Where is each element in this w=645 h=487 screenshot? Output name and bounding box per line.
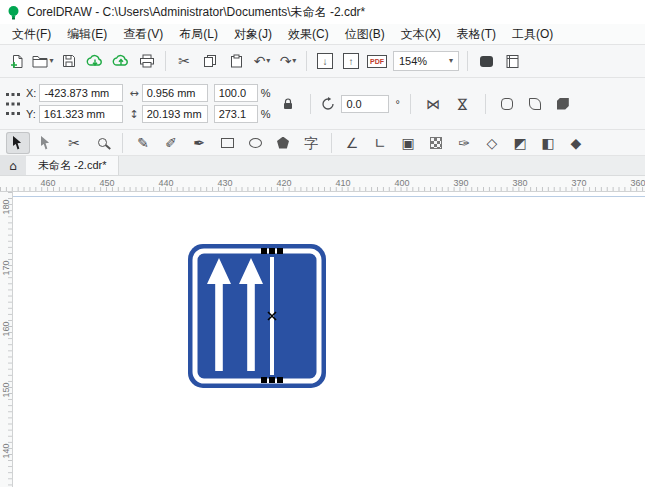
menu-file[interactable]: 文件(F) (4, 24, 59, 45)
ruler-label: 450 (99, 178, 114, 188)
menu-edit[interactable]: 编辑(E) (59, 24, 115, 45)
pick-icon (13, 136, 24, 150)
selection-handle[interactable] (261, 377, 267, 383)
pick-tool[interactable] (6, 132, 30, 154)
text-tool[interactable]: 字 (299, 132, 323, 154)
drop-shadow-tool[interactable]: ▣ (396, 132, 420, 154)
rectangle-icon (221, 138, 234, 148)
selection-handle[interactable] (277, 377, 283, 383)
menu-effects[interactable]: 效果(C) (280, 24, 337, 45)
page-edge-line (13, 196, 645, 197)
menu-layout[interactable]: 布局(L) (171, 24, 226, 45)
import-button[interactable]: ↓ (313, 49, 337, 73)
freehand-tool[interactable]: ✎ (131, 132, 155, 154)
chevron-down-icon[interactable]: ▾ (266, 57, 270, 65)
round-corner-icon (501, 98, 513, 110)
traffic-sign-object[interactable] (187, 243, 327, 389)
mirror-vertical-icon: ⋈ (456, 97, 470, 111)
home-button[interactable]: ⌂ (0, 156, 26, 175)
transparency-tool[interactable] (424, 132, 448, 154)
print-button[interactable] (135, 49, 159, 73)
save-to-cloud-button[interactable] (109, 49, 133, 73)
fullscreen-preview-button[interactable] (474, 49, 498, 73)
show-rulers-button[interactable] (500, 49, 524, 73)
object-width-input[interactable]: 0.956 mm (142, 84, 208, 102)
paste-button[interactable] (224, 49, 248, 73)
mirror-vertical-button[interactable]: ⋈ (451, 92, 475, 116)
mirror-horizontal-button[interactable]: ⋈ (421, 92, 445, 116)
export-button[interactable]: ↑ (339, 49, 363, 73)
cut-button[interactable]: ✂ (172, 49, 196, 73)
open-from-cloud-button[interactable] (83, 49, 107, 73)
corner-chamfered-button[interactable] (552, 93, 574, 115)
menu-bitmaps[interactable]: 位图(B) (337, 24, 393, 45)
scale-horizontal-input[interactable]: 100.0 (214, 84, 258, 102)
import-icon: ↓ (317, 53, 333, 69)
menu-object[interactable]: 对象(J) (226, 24, 280, 45)
corner-round-button[interactable] (496, 93, 518, 115)
window-title: CorelDRAW - C:\Users\Administrator\Docum… (27, 4, 365, 21)
connector-tool[interactable]: ∟ (368, 132, 392, 154)
menubar: 文件(F)编辑(E)查看(V)布局(L)对象(J)效果(C)位图(B)文本(X)… (0, 24, 645, 45)
scale-vertical-input[interactable]: 273.1 (214, 105, 258, 123)
menu-view[interactable]: 查看(V) (115, 24, 171, 45)
artistic-media-tool[interactable]: ✐ (159, 132, 183, 154)
new-document-button[interactable] (5, 49, 29, 73)
ellipse-tool[interactable] (243, 132, 267, 154)
selection-handle[interactable] (269, 248, 275, 254)
open-document-button[interactable]: ▾ (31, 49, 55, 73)
menu-tools[interactable]: 工具(O) (504, 24, 561, 45)
y-position-input[interactable]: 161.323 mm (39, 105, 123, 123)
edit-fill-tool[interactable]: ◆ (564, 132, 588, 154)
ruler-label: 170 (0, 257, 13, 279)
zoom-level-combobox[interactable]: 154% ▾ (393, 51, 459, 71)
shape-tool[interactable] (34, 132, 58, 154)
parallel-dimension-tool[interactable]: ∠ (340, 132, 364, 154)
chevron-down-icon[interactable]: ▾ (292, 57, 296, 65)
document-tab[interactable]: 未命名 -2.cdr* (26, 156, 119, 175)
print-icon (139, 54, 155, 68)
smart-fill-tool[interactable]: ◧ (536, 132, 560, 154)
object-height-input[interactable]: 20.193 mm (142, 105, 208, 123)
drawing-canvas[interactable] (13, 192, 645, 487)
separator (467, 51, 468, 71)
rotation-angle-input[interactable]: 0.0 (341, 95, 389, 113)
separator (306, 51, 307, 71)
lock-ratio-button[interactable] (276, 92, 300, 116)
x-position-input[interactable]: -423.873 mm (39, 84, 123, 102)
eyedropper-tool[interactable]: ✑ (452, 132, 476, 154)
publish-to-pdf-button[interactable]: PDF (365, 49, 389, 73)
polygon-tool[interactable] (271, 132, 295, 154)
zoom-icon (98, 138, 107, 147)
sign-object-wrapper (187, 243, 327, 393)
interactive-fill-icon: ◩ (513, 136, 526, 150)
menu-text[interactable]: 文本(X) (393, 24, 449, 45)
chevron-down-icon[interactable]: ▾ (49, 57, 53, 65)
copy-button[interactable] (198, 49, 222, 73)
coreldraw-logo-icon (6, 5, 21, 20)
pen-tool[interactable]: ✒ (187, 132, 211, 154)
ruler-label: 460 (40, 178, 55, 188)
selection-handle[interactable] (261, 248, 267, 254)
interactive-fill-tool[interactable]: ◩ (508, 132, 532, 154)
redo-button[interactable]: ↷ ▾ (276, 49, 300, 73)
scalloped-corner-icon (529, 98, 541, 110)
vertical-ruler[interactable]: 180170160150140 (0, 192, 13, 487)
save-button[interactable] (57, 49, 81, 73)
rectangle-tool[interactable] (215, 132, 239, 154)
ruler-label: 360 (630, 178, 645, 188)
zoom-tool[interactable] (90, 132, 114, 154)
selection-handle[interactable] (269, 377, 275, 383)
connector-icon: ∟ (374, 136, 386, 150)
outline-pen-tool[interactable]: ◇ (480, 132, 504, 154)
fullscreen-icon (480, 56, 493, 67)
horizontal-ruler[interactable]: 460450440430420410400390380370360 (0, 176, 645, 192)
export-icon: ↑ (343, 53, 359, 69)
corner-scalloped-button[interactable] (524, 93, 546, 115)
crop-tool[interactable]: ✂ (62, 132, 86, 154)
undo-button[interactable]: ↶ ▾ (250, 49, 274, 73)
selection-handle[interactable] (277, 248, 283, 254)
menu-table[interactable]: 表格(T) (449, 24, 504, 45)
separator (410, 94, 411, 114)
parallel-dimension-icon: ∠ (346, 136, 359, 150)
